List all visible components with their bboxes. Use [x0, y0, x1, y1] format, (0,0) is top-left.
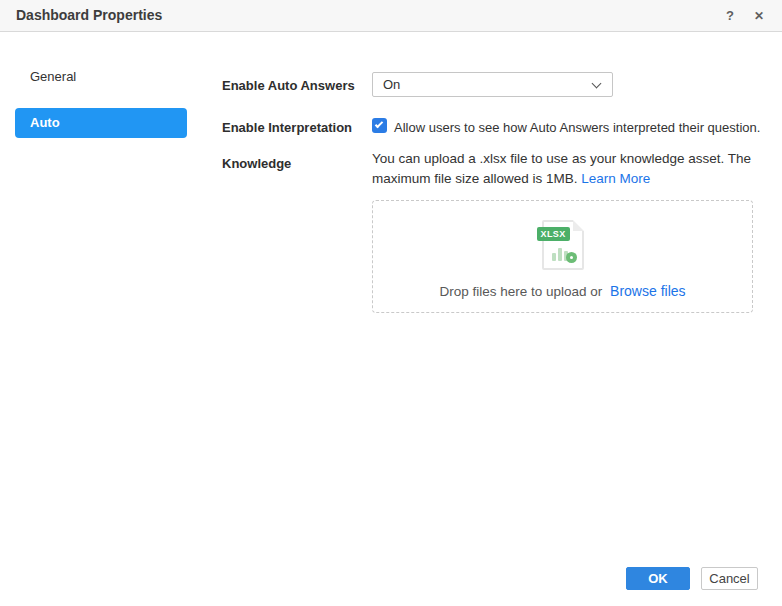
auto-answers-label: Enable Auto Answers: [222, 78, 355, 93]
header-icons: ? ✕: [726, 0, 764, 31]
sidebar-item-auto[interactable]: Auto: [15, 108, 187, 138]
close-icon[interactable]: ✕: [754, 10, 764, 22]
file-dropzone[interactable]: XLSX Drop files here to upload or Browse…: [372, 200, 753, 313]
cancel-button[interactable]: Cancel: [701, 567, 758, 590]
drop-files-text: Drop files here to upload or: [439, 284, 602, 299]
chevron-down-icon: [592, 79, 602, 89]
auto-answers-select[interactable]: On: [372, 72, 613, 97]
dialog-header: Dashboard Properties ? ✕: [0, 0, 782, 32]
bar-chart-icon: [552, 248, 568, 261]
xlsx-badge: XLSX: [537, 227, 570, 241]
dashboard-properties-dialog: Dashboard Properties ? ✕ General Auto En…: [0, 0, 782, 606]
interpretation-checkbox-text: Allow users to see how Auto Answers inte…: [394, 120, 760, 135]
xlsx-file-icon: XLSX: [542, 220, 584, 270]
dropzone-text-row: Drop files here to upload or Browse file…: [439, 283, 685, 299]
auto-answers-selected-value: On: [383, 77, 400, 92]
checkmark-icon: [375, 119, 383, 127]
chart-dot-icon: [566, 252, 577, 263]
dialog-title: Dashboard Properties: [16, 0, 162, 31]
knowledge-description-line2: maximum file size allowed is 1MB.: [372, 171, 578, 186]
browse-files-link[interactable]: Browse files: [610, 283, 685, 299]
help-icon[interactable]: ?: [726, 9, 734, 22]
interpretation-label: Enable Interpretation: [222, 120, 352, 135]
learn-more-link[interactable]: Learn More: [581, 171, 650, 186]
sidebar-item-general[interactable]: General: [15, 62, 187, 92]
knowledge-description-line1: You can upload a .xlsx file to use as yo…: [372, 151, 751, 166]
folded-corner-icon: [573, 220, 584, 231]
knowledge-label: Knowledge: [222, 156, 291, 171]
interpretation-checkbox[interactable]: [372, 118, 387, 133]
knowledge-description: You can upload a .xlsx file to use as yo…: [372, 149, 757, 189]
ok-button[interactable]: OK: [626, 567, 690, 590]
